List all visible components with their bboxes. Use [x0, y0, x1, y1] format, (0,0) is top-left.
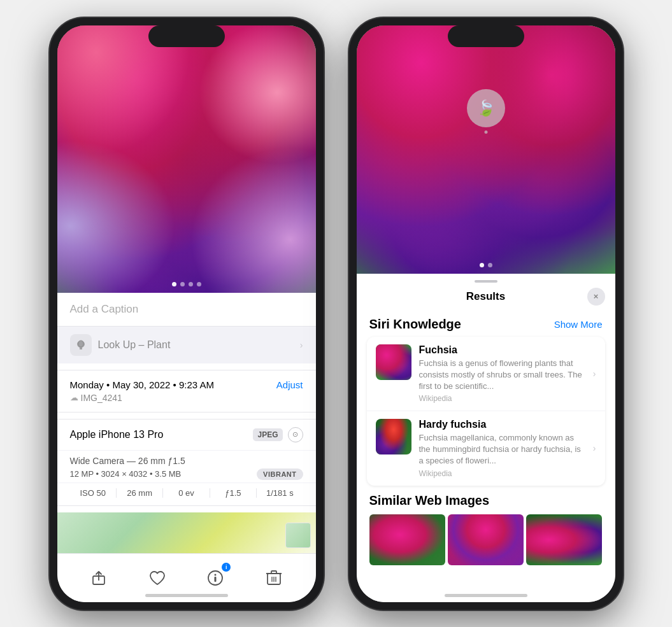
home-indicator-left [145, 594, 228, 597]
meta-filename: ☁ IMG_4241 [70, 393, 303, 403]
photo-dot-4 [197, 282, 201, 286]
svg-rect-8 [271, 571, 276, 574]
knowledge-item-fuchsia[interactable]: Fuchsia Fuchsia is a genus of flowering … [367, 337, 605, 412]
camera-spec: Wide Camera — 26 mm ƒ1.5 [70, 456, 303, 466]
knowledge-item-hardy-fuchsia[interactable]: Hardy fuchsia Fuchsia magellanica, commo… [367, 411, 605, 486]
siri-knowledge-title: Siri Knowledge [369, 317, 461, 332]
siri-dot [484, 130, 487, 134]
caption-area[interactable]: Add a Caption [57, 293, 316, 326]
siri-leaf-icon: 🍃 [476, 99, 496, 117]
meta-date: Monday • May 30, 2022 • 9:23 AM [70, 379, 214, 390]
fuchsia-chevron-icon: › [593, 369, 596, 379]
photo-area-right[interactable]: 🍃 [357, 25, 615, 274]
photo-dots-left [172, 282, 201, 286]
fuchsia-content: Fuchsia Fuchsia is a genus of flowering … [419, 344, 585, 404]
delete-button[interactable] [260, 564, 288, 592]
right-photo-dot-2 [488, 263, 492, 267]
device-row: Apple iPhone 13 Pro JPEG ⊙ [57, 419, 316, 451]
lookup-label: Look Up – Plant [98, 339, 171, 351]
knowledge-card: Fuchsia Fuchsia is a genus of flowering … [367, 337, 605, 486]
map-thumbnail [285, 523, 311, 548]
similar-image-3[interactable] [526, 514, 602, 565]
adjust-button[interactable]: Adjust [276, 379, 303, 390]
photo-dot-1 [172, 282, 176, 286]
left-phone: Add a Caption Look Up – Plant › Mon [50, 18, 324, 610]
flower-photo-left [57, 25, 316, 293]
lookup-chevron-icon: › [300, 340, 303, 350]
dynamic-island-right [448, 25, 524, 47]
flower-photo-right [357, 25, 615, 274]
right-photo-dot-1 [480, 263, 484, 267]
info-button[interactable]: i [201, 564, 229, 592]
results-header: Results × [357, 283, 615, 311]
close-button[interactable]: × [587, 288, 605, 306]
photo-dots-right [480, 263, 492, 267]
device-badges: JPEG ⊙ [253, 427, 303, 442]
photo-dot-2 [180, 282, 185, 286]
map-section[interactable] [57, 512, 316, 553]
camera-row: Wide Camera — 26 mm ƒ1.5 12 MP • 3024 × … [57, 451, 316, 483]
hardy-fuchsia-chevron-icon: › [593, 443, 596, 453]
device-section: Apple iPhone 13 Pro JPEG ⊙ Wide Camera —… [57, 419, 316, 506]
hardy-fuchsia-description: Fuchsia magellanica, commonly known as t… [419, 432, 585, 467]
info-badge-dot: i [222, 563, 231, 572]
camera-resolution: 12 MP • 3024 × 4032 • 3.5 MB [70, 469, 182, 479]
exif-row: ISO 50 26 mm 0 ev ƒ1.5 1/181 s [57, 483, 316, 505]
fuchsia-description: Fuchsia is a genus of flowering plants t… [419, 358, 585, 393]
results-panel: Results × Siri Knowledge Show More [357, 274, 615, 602]
similar-section: Similar Web Images [357, 486, 615, 569]
exif-focal: 26 mm [117, 488, 163, 498]
fuchsia-thumbnail [376, 344, 411, 380]
photo-dot-3 [189, 282, 193, 286]
home-indicator-right [445, 594, 527, 597]
vibrant-badge: VIBRANT [257, 468, 303, 480]
hardy-fuchsia-name: Hardy fuchsia [419, 419, 585, 430]
siri-lookup-icon: 🍃 [467, 89, 505, 127]
exif-shutter: 1/181 s [257, 488, 303, 498]
exif-ev: 0 ev [163, 488, 210, 498]
share-button[interactable] [85, 564, 113, 592]
exif-aperture: ƒ1.5 [210, 488, 257, 498]
svg-point-4 [215, 574, 217, 575]
hardy-fuchsia-source: Wikipedia [419, 469, 585, 478]
fuchsia-source: Wikipedia [419, 394, 585, 403]
location-badge-icon: ⊙ [288, 427, 303, 442]
caption-placeholder[interactable]: Add a Caption [70, 303, 139, 315]
svg-rect-5 [215, 577, 217, 582]
format-badge: JPEG [253, 428, 282, 441]
similar-image-2[interactable] [448, 514, 524, 565]
exif-iso: ISO 50 [70, 488, 117, 498]
photo-area-left[interactable] [57, 25, 316, 293]
siri-knowledge-header: Siri Knowledge Show More [357, 311, 615, 337]
lookup-row[interactable]: Look Up – Plant › [57, 326, 316, 363]
device-name: Apple iPhone 13 Pro [70, 429, 164, 440]
fuchsia-name: Fuchsia [419, 344, 585, 356]
show-more-button[interactable]: Show More [554, 319, 603, 330]
favorite-button[interactable] [143, 564, 171, 592]
dynamic-island-left [148, 25, 225, 47]
hardy-fuchsia-thumbnail [376, 419, 411, 454]
meta-section: Monday • May 30, 2022 • 9:23 AM Adjust ☁… [57, 370, 316, 412]
results-title: Results [466, 290, 505, 303]
hardy-fuchsia-content: Hardy fuchsia Fuchsia magellanica, commo… [419, 419, 585, 478]
right-phone: 🍃 Results × Siri Knowledge [349, 18, 623, 610]
lookup-icon [70, 334, 92, 356]
similar-image-1[interactable] [369, 514, 445, 565]
cloud-icon: ☁ [70, 393, 78, 402]
similar-title: Similar Web Images [369, 493, 603, 508]
similar-images-row [369, 514, 603, 565]
